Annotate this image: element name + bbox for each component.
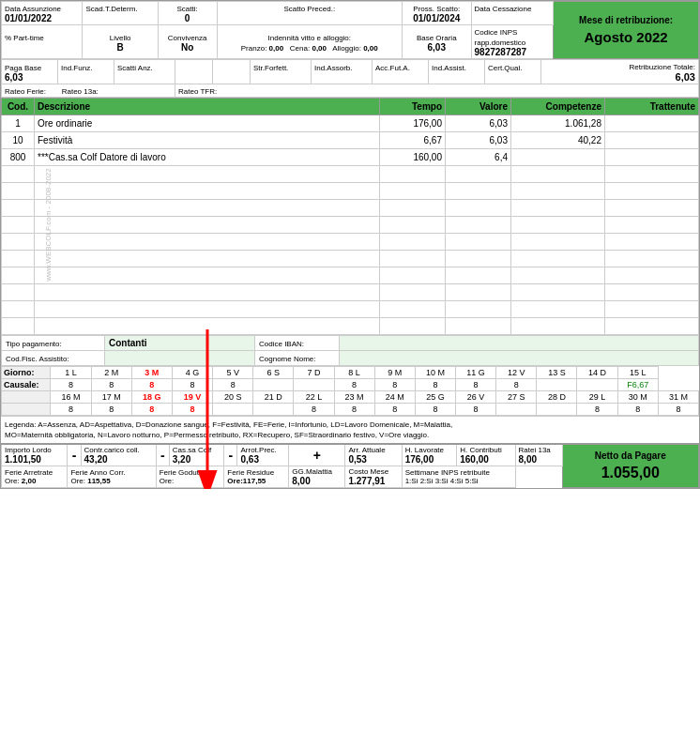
minus2-sign-cell: - <box>156 444 169 466</box>
arrot-prec-cell: Arrot.Prec. 0,63 <box>237 444 289 466</box>
giorno-cell: 5 V <box>213 367 253 379</box>
giorno2-cell: 25 G <box>415 391 455 404</box>
causale-cell: 8 <box>456 379 496 391</box>
mese-label: Mese di retribuzione: <box>561 15 691 25</box>
table-row-empty <box>2 318 699 335</box>
ind-funz-cell: Ind.Funz. <box>58 60 114 84</box>
table-row-empty <box>2 166 699 183</box>
giorno2-cell: 29 L <box>577 391 617 404</box>
payment-table: Tipo pagamento: Contanti Codice IBAN: Co… <box>1 335 699 366</box>
cognome-nome-label-cell: Cognome Nome: <box>255 351 340 366</box>
arr-attuale-cell: Arr. Attuale 0,53 <box>345 444 402 466</box>
causale-label: Causale: <box>2 379 51 391</box>
giorno-cell: 2 M <box>91 367 131 379</box>
gg-malattia-cell: GG.Malattia 8,00 <box>289 466 345 488</box>
col-desc-header: Descrizione <box>35 99 380 115</box>
giorno-cell: 7 D <box>294 367 334 379</box>
rateo-ferie-cell: Rateo Ferie: Rateo 13a: <box>2 84 175 98</box>
minus-sign-cell: - <box>68 444 81 466</box>
watermark: www.WEBCOLF.com - 2008-2022 <box>44 168 53 282</box>
ind-assorb-cell: Ind.Assorb. <box>312 60 373 84</box>
cod-fisc-value-cell <box>105 351 255 366</box>
legenda: Legenda: A=Assenza, AD=Aspettativa, D=Do… <box>1 416 699 443</box>
giorno-cell: 6 S <box>253 367 294 379</box>
giorno2-cell: 30 M <box>617 391 658 404</box>
indennita-cell: Indennità vitto e alloggio: Pranzo: 0,00… <box>217 25 402 59</box>
scatti-cell: Scatti: 0 <box>158 2 217 25</box>
entries-table: Cod. Descrizione Tempo Valore Competenze… <box>1 98 699 335</box>
giorno2-cell: 27 S <box>496 391 537 404</box>
giorno-cell: 8 L <box>334 367 374 379</box>
table-row: 1 Ore ordinarie 176,00 6,03 1.061,28 <box>2 115 699 132</box>
cod-fisc-label-cell: Cod.Fisc. Assistito: <box>2 351 105 366</box>
giorno2-cell: 24 M <box>374 391 415 404</box>
table-row-empty <box>2 183 699 200</box>
header-table: Data Assunzione01/01/2022 Scad.T.Determ.… <box>1 1 699 59</box>
causale-cell: 8 <box>91 379 131 391</box>
causale2-cell: 8 <box>294 404 334 416</box>
ferie-arretrate-cell: Ferie Arretrate Ore: 2,00 <box>2 466 68 488</box>
giorno-cell: 14 D <box>577 367 617 379</box>
causale-cell <box>537 379 577 391</box>
acc-fut-a-cell: Acc.Fut.A. <box>373 60 429 84</box>
causale2-cell: 8 <box>658 404 698 416</box>
paga-base-cell: Paga Base 6,03 <box>2 60 58 84</box>
contr-carico-cell: Contr.carico coll. 43,20 <box>81 444 156 466</box>
pross-scatto-cell: Pross. Scatto: 01/01/2024 <box>402 2 471 25</box>
mese-retribuzione-box: Mese di retribuzione: Agosto 2022 <box>554 2 699 59</box>
table-row-empty <box>2 217 699 234</box>
giorno-cell: 11 G <box>456 367 496 379</box>
table-row: 10 Festività 6,67 6,03 40,22 <box>2 132 699 149</box>
data-assunzione-label: Data Assunzione01/01/2022 <box>2 2 83 25</box>
causale-cell: 8 <box>496 379 537 391</box>
settimane-inps-cell: Settimane INPS retribuite 1:Si 2:Si 3:Si… <box>402 466 515 488</box>
cassa-colf-cell: Cas.sa Colf 3,20 <box>169 444 224 466</box>
minus3-sign-cell: - <box>224 444 237 466</box>
payslip-container: www.WEBCOLF.com - 2008-2022 Data Assunzi… <box>0 0 700 489</box>
livello-cell: Livello B <box>83 25 158 59</box>
giorno-cell: 13 S <box>537 367 577 379</box>
rateo-tfr-cell: Rateo TFR: <box>175 84 699 98</box>
netto-label: Netto da Pagare <box>571 450 691 461</box>
causale-cell <box>577 379 617 391</box>
codice-iban-label-cell: Codice IBAN: <box>255 336 340 351</box>
scad-t-determ-cell: Scad.T.Determ. <box>83 2 158 25</box>
ratei-13a-cell: Ratei 13a 8,00 <box>515 444 562 466</box>
totals-table: Importo Lordo 1.101,50 - Contr.carico co… <box>1 443 699 488</box>
giorno-cell: 10 M <box>415 367 455 379</box>
codice-iban-value-cell <box>340 336 699 351</box>
giorno-cell: 3 M <box>131 367 172 379</box>
giorno2-cell: 21 D <box>253 391 294 404</box>
giorno-cell: 9 M <box>374 367 415 379</box>
causale2-cell <box>253 404 294 416</box>
table-row-empty <box>2 200 699 217</box>
causale2-cell: 8 <box>334 404 374 416</box>
ferie-godute-cell: Ferie Godute Ore: <box>156 466 224 488</box>
part-time-cell: % Part-time <box>2 25 83 59</box>
giorno2-cell: 26 V <box>456 391 496 404</box>
costo-mese-cell: Costo Mese 1.277,91 <box>345 466 402 488</box>
causale2-cell: 8 <box>91 404 131 416</box>
col-cod-header: Cod. <box>2 99 35 115</box>
causale2-cell: 8 <box>456 404 496 416</box>
causale2-cell: 8 <box>131 404 172 416</box>
table-row-empty <box>2 301 699 318</box>
table-row-empty <box>2 234 699 251</box>
causale2-cell: 8 <box>617 404 658 416</box>
causale2-cell: 8 <box>577 404 617 416</box>
giorno2-label-first: 16 M <box>51 391 91 404</box>
giorno2-cell: 18 G <box>131 391 172 404</box>
giorno2-cell: 22 L <box>294 391 334 404</box>
scatti-anz-cell: Scatti Anz. <box>114 60 175 84</box>
importo-lordo-cell: Importo Lordo 1.101,50 <box>2 444 68 466</box>
causale2-cell: 8 <box>374 404 415 416</box>
ferie-anno-corr-cell: Ferie Anno Corr. Ore: 115,55 <box>68 466 156 488</box>
tipo-pagamento-value-cell: Contanti <box>105 336 255 351</box>
giorno-cell: 15 L <box>617 367 658 379</box>
netto-box: Netto da Pagare 1.055,00 <box>562 444 698 488</box>
giorno-cell: 12 V <box>496 367 537 379</box>
col-valore-header: Valore <box>446 99 511 115</box>
causale-cell: 8 <box>334 379 374 391</box>
causale-cell: 8 <box>374 379 415 391</box>
retrib-totale-cell: Retribuzione Totale: 6,03 <box>541 60 699 84</box>
